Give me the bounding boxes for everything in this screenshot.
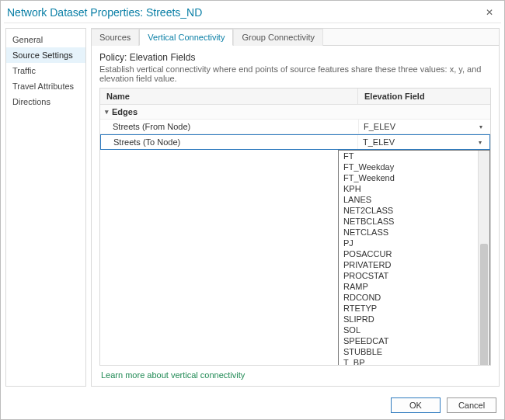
dropdown-option[interactable]: NETBCLASS — [339, 216, 478, 227]
dropdown-scrollbar[interactable] — [478, 151, 489, 366]
ok-button[interactable]: OK — [391, 397, 441, 413]
dropdown-option[interactable]: SOL — [339, 325, 478, 335]
dropdown-option[interactable]: FT_Weekend — [339, 172, 478, 183]
dropdown-option[interactable]: NETCLASS — [339, 227, 478, 238]
dropdown-option[interactable]: RDCOND — [339, 292, 478, 303]
grid-body: FTFT_WeekdayFT_WeekendKPHLANESNET2CLASSN… — [100, 150, 490, 365]
tab-vertical-connectivity[interactable]: Vertical Connectivity — [139, 29, 233, 46]
dropdown-option[interactable]: SPEEDCAT — [339, 335, 478, 346]
group-row-edges[interactable]: ▾ Edges — [100, 105, 490, 120]
chevron-down-icon: ▾ — [476, 123, 486, 130]
tab-sources[interactable]: Sources — [92, 29, 139, 46]
scrollbar-thumb[interactable] — [480, 244, 488, 366]
select-value: F_ELEV — [364, 122, 476, 131]
dropdown-option[interactable]: LANES — [339, 194, 478, 205]
chevron-down-icon: ▾ — [475, 139, 485, 146]
elevation-field-select-to[interactable]: T_ELEV ▾ — [357, 135, 489, 149]
dropdown-option[interactable]: STUBBLE — [339, 346, 478, 357]
dropdown-option[interactable]: RTETYP — [339, 303, 478, 314]
header-elevation-field[interactable]: Elevation Field — [358, 89, 490, 104]
sidebar: General Source Settings Traffic Travel A… — [5, 28, 86, 387]
dropdown-option[interactable]: KPH — [339, 183, 478, 194]
table-row: Streets (To Node) T_ELEV ▾ — [100, 134, 490, 150]
dialog-footer: OK Cancel — [1, 391, 504, 419]
select-value: T_ELEV — [363, 137, 475, 147]
sidebar-item-travel-attributes[interactable]: Travel Attributes — [6, 78, 85, 94]
dropdown-option[interactable]: SLIPRD — [339, 314, 478, 325]
policy-description: Establish vertical connectivity where en… — [99, 64, 491, 83]
tab-content: Policy: Elevation Fields Establish verti… — [92, 46, 499, 386]
sidebar-item-directions[interactable]: Directions — [6, 94, 85, 109]
table-row: Streets (From Node) F_ELEV ▾ — [100, 120, 490, 134]
dropdown-option[interactable]: FT — [339, 151, 478, 161]
elevation-field-dropdown[interactable]: FTFT_WeekdayFT_WeekendKPHLANESNET2CLASSN… — [338, 150, 490, 366]
elevation-field-select-from[interactable]: F_ELEV ▾ — [358, 120, 490, 134]
dropdown-list: FTFT_WeekdayFT_WeekendKPHLANESNET2CLASSN… — [339, 151, 478, 366]
cancel-button[interactable]: Cancel — [447, 397, 496, 413]
dropdown-option[interactable]: PJ — [339, 238, 478, 248]
main-panel: Sources Vertical Connectivity Group Conn… — [91, 28, 500, 387]
elevation-grid: Name Elevation Field ▾ Edges Streets (Fr… — [99, 88, 491, 366]
window-title: Network Dataset Properties: Streets_ND — [7, 6, 202, 19]
chevron-down-icon: ▾ — [105, 108, 109, 116]
row-name: Streets (From Node) — [100, 120, 358, 134]
dropdown-option[interactable]: PROCSTAT — [339, 270, 478, 281]
dropdown-option[interactable]: T_BP — [339, 357, 478, 366]
header-name[interactable]: Name — [100, 89, 358, 104]
sidebar-item-traffic[interactable]: Traffic — [6, 63, 85, 78]
dropdown-option[interactable]: RAMP — [339, 281, 478, 292]
policy-title: Policy: Elevation Fields — [99, 52, 491, 63]
dropdown-option[interactable]: NET2CLASS — [339, 205, 478, 216]
title-bar: Network Dataset Properties: Streets_ND ✕ — [1, 1, 504, 23]
dropdown-option[interactable]: FT_Weekday — [339, 161, 478, 172]
dialog-body: General Source Settings Traffic Travel A… — [1, 23, 504, 391]
sidebar-item-source-settings[interactable]: Source Settings — [6, 47, 85, 63]
close-icon[interactable]: ✕ — [481, 5, 498, 19]
sidebar-item-general[interactable]: General — [6, 32, 85, 47]
dropdown-option[interactable]: POSACCUR — [339, 248, 478, 259]
group-label: Edges — [112, 107, 138, 116]
learn-more-link[interactable]: Learn more about vertical connectivity — [99, 366, 491, 381]
dropdown-option[interactable]: PRIVATERD — [339, 259, 478, 270]
grid-header: Name Elevation Field — [100, 89, 490, 105]
row-name: Streets (To Node) — [101, 135, 357, 149]
tab-group-connectivity[interactable]: Group Connectivity — [233, 29, 323, 46]
tab-strip: Sources Vertical Connectivity Group Conn… — [92, 29, 499, 46]
